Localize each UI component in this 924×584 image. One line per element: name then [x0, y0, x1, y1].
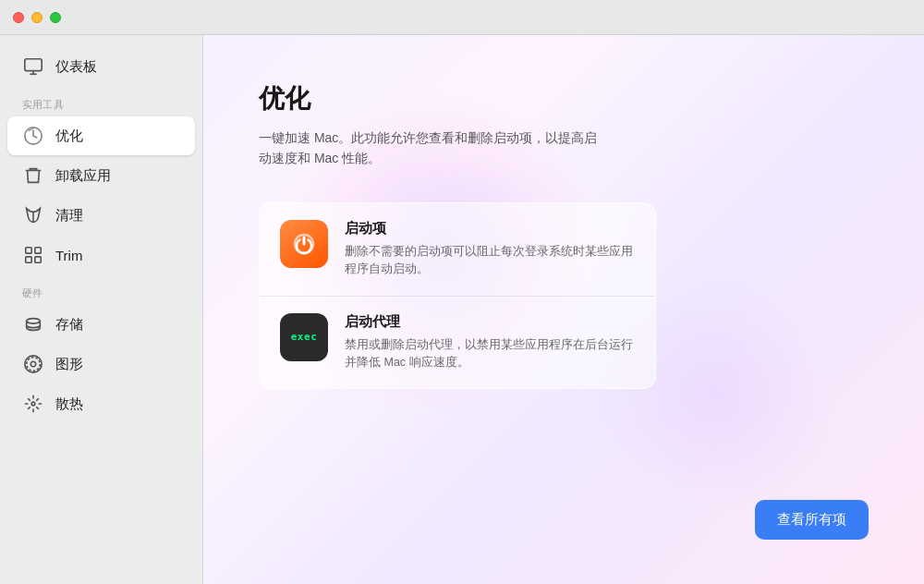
feature-card-daemon: exec 启动代理 禁用或删除启动代理，以禁用某些应用程序在后台运行并降低 Ma…: [260, 296, 655, 389]
startup-icon-wrap: [280, 220, 328, 268]
feature-card-startup: 启动项 删除不需要的启动项可以阻止每次登录系统时某些应用程序自动启动。: [260, 203, 655, 296]
sidebar-item-label: 优化: [55, 128, 83, 145]
sidebar: 仪表板 实用工具 优化 卸载应用: [0, 35, 203, 584]
sidebar-item-uninstall[interactable]: 卸载应用: [7, 156, 195, 195]
maximize-button[interactable]: [50, 12, 61, 23]
storage-icon: [22, 313, 44, 335]
title-bar: [0, 0, 924, 35]
sidebar-item-label: 图形: [55, 356, 83, 373]
svg-rect-0: [25, 59, 42, 71]
svg-point-13: [31, 402, 35, 406]
daemon-title: 启动代理: [345, 313, 635, 331]
svg-rect-5: [26, 248, 31, 253]
sidebar-item-label: 散热: [55, 395, 83, 413]
sidebar-item-optimize[interactable]: 优化: [7, 116, 195, 155]
app-container: 仪表板 实用工具 优化 卸载应用: [0, 35, 924, 584]
uninstall-icon: [22, 164, 44, 187]
page-title: 优化: [259, 81, 869, 116]
view-all-button[interactable]: 查看所有项: [755, 500, 869, 540]
startup-text: 启动项 删除不需要的启动项可以阻止每次登录系统时某些应用程序自动启动。: [345, 220, 635, 279]
graphics-icon: [22, 353, 44, 375]
feature-cards: 启动项 删除不需要的启动项可以阻止每次登录系统时某些应用程序自动启动。 exec…: [259, 202, 656, 390]
section-utilities-label: 实用工具: [0, 87, 202, 116]
minimize-button[interactable]: [31, 12, 43, 23]
daemon-icon-wrap: exec: [280, 313, 328, 361]
svg-rect-8: [35, 257, 41, 262]
daemon-text: 启动代理 禁用或删除启动代理，以禁用某些应用程序在后台运行并降低 Mac 响应速…: [345, 313, 635, 372]
svg-rect-6: [35, 248, 41, 253]
svg-point-10: [30, 361, 36, 367]
sidebar-item-label: 存储: [55, 316, 83, 334]
svg-point-11: [27, 358, 41, 371]
sidebar-item-graphics[interactable]: 图形: [7, 345, 195, 383]
exec-icon: exec: [291, 331, 318, 343]
sidebar-item-label: 清理: [55, 207, 83, 225]
cooling-icon: [22, 393, 44, 415]
trim-icon: [22, 244, 44, 266]
svg-point-12: [25, 356, 42, 372]
section-hardware-label: 硬件: [0, 275, 202, 304]
sidebar-item-clean[interactable]: 清理: [7, 196, 195, 235]
daemon-desc: 禁用或删除启动代理，以禁用某些应用程序在后台运行并降低 Mac 响应速度。: [345, 336, 635, 372]
sidebar-item-cooling[interactable]: 散热: [7, 384, 195, 423]
close-button[interactable]: [13, 12, 24, 23]
startup-title: 启动项: [345, 220, 635, 237]
optimize-icon: [22, 125, 44, 147]
clean-icon: [22, 204, 44, 226]
sidebar-item-label: 仪表板: [55, 58, 97, 76]
sidebar-item-storage[interactable]: 存储: [7, 305, 195, 344]
startup-desc: 删除不需要的启动项可以阻止每次登录系统时某些应用程序自动启动。: [345, 243, 635, 279]
sidebar-item-label: Trim: [55, 248, 82, 263]
svg-point-9: [27, 319, 41, 324]
svg-rect-7: [26, 257, 31, 262]
sidebar-item-trim[interactable]: Trim: [7, 236, 195, 274]
page-description: 一键加速 Mac。此功能允许您查看和删除启动项，以提高启动速度和 Mac 性能。: [259, 128, 601, 169]
main-content: 优化 一键加速 Mac。此功能允许您查看和删除启动项，以提高启动速度和 Mac …: [203, 35, 924, 584]
monitor-icon: [22, 55, 44, 78]
sidebar-item-dashboard[interactable]: 仪表板: [7, 47, 195, 86]
sidebar-item-label: 卸载应用: [55, 167, 111, 185]
